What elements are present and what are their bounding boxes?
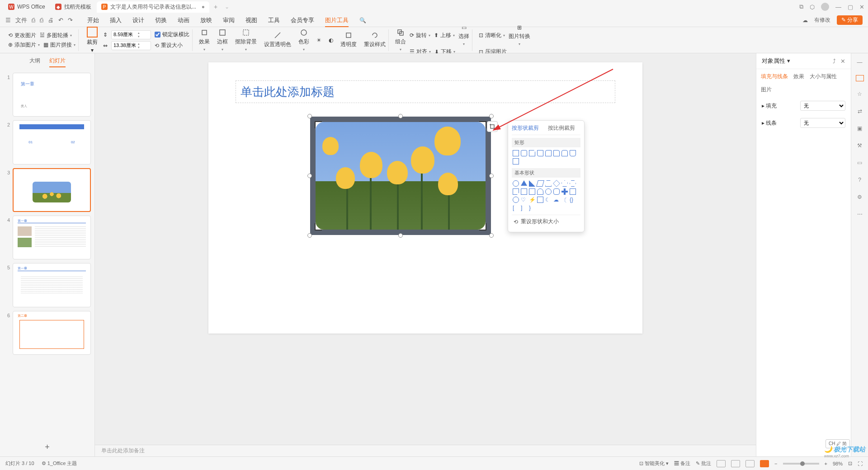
- zoom-in-button[interactable]: +: [825, 461, 827, 466]
- zoom-label[interactable]: 98%: [833, 461, 843, 466]
- minimize-button[interactable]: ―: [835, 4, 841, 10]
- border-button[interactable]: 边框▾: [217, 29, 228, 52]
- zoom-slider[interactable]: [783, 463, 819, 465]
- print-preview-icon[interactable]: 🖨: [48, 17, 54, 24]
- st-settings-icon[interactable]: ⚙: [855, 193, 864, 202]
- set-transparent-button[interactable]: 设置透明色: [264, 32, 291, 48]
- cube-icon[interactable]: ⬡: [810, 4, 815, 10]
- tab-tools[interactable]: 工具: [268, 16, 280, 24]
- tab-start[interactable]: 开始: [87, 16, 99, 24]
- reset-shape-button[interactable]: ⟲重设形状和大小: [512, 215, 580, 228]
- shape-snip6[interactable]: [570, 150, 576, 156]
- change-pic-button[interactable]: ⟲ 更改图片: [8, 32, 36, 39]
- shape-brace[interactable]: }: [529, 205, 535, 211]
- shape-pentagon[interactable]: [561, 180, 568, 187]
- tab-picture-tools[interactable]: 图片工具: [325, 16, 349, 27]
- shape-bolt[interactable]: ⚡: [529, 197, 535, 203]
- crop-by-ratio-tab[interactable]: 按比例裁剪: [548, 124, 575, 132]
- shape-smiley[interactable]: [513, 197, 519, 203]
- file-menu[interactable]: 文件: [15, 16, 27, 24]
- close-panel-icon[interactable]: ✕: [840, 58, 845, 65]
- st-more-icon[interactable]: ⋯: [855, 210, 864, 219]
- title-placeholder[interactable]: 单击此处添加标题: [236, 80, 615, 103]
- tab-insert[interactable]: 插入: [110, 16, 122, 24]
- shape-parallelogram[interactable]: [536, 180, 544, 187]
- tab-animation[interactable]: 动画: [178, 16, 189, 24]
- redo-icon[interactable]: ↷: [68, 17, 73, 24]
- shape-plus[interactable]: [561, 188, 568, 195]
- move-up-button[interactable]: ⬆ 上移 ▾: [434, 32, 455, 39]
- share-button[interactable]: ✎ 分享: [837, 15, 863, 25]
- tab-slideshow[interactable]: 放映: [200, 16, 212, 24]
- tab-member[interactable]: 会员专享: [291, 16, 314, 24]
- shape-snip3[interactable]: [545, 150, 552, 156]
- sharpen-button[interactable]: ⊡ 清晰化 ▾: [479, 32, 505, 39]
- reset-size-button[interactable]: ⟲ 重设大小: [155, 42, 183, 49]
- width-input[interactable]: ▴▾: [111, 41, 151, 50]
- slide-thumb-5[interactable]: 5第一章: [4, 263, 91, 307]
- shape-b4[interactable]: [537, 188, 543, 195]
- shape-hexagon[interactable]: [570, 180, 576, 187]
- theme-label[interactable]: ⚙ 1_Office 主题: [42, 460, 77, 467]
- st-star-icon[interactable]: ☆: [855, 89, 864, 99]
- line-select[interactable]: 无: [800, 118, 845, 128]
- shape-rect[interactable]: [513, 150, 519, 156]
- sorter-view-button[interactable]: [731, 460, 740, 467]
- color-button[interactable]: 色彩▾: [298, 29, 309, 52]
- pic-stitch-button[interactable]: ▦ 图片拼接 ▾: [43, 41, 75, 49]
- crop-button[interactable]: 裁剪▾: [85, 27, 99, 53]
- shape-b2[interactable]: [521, 188, 527, 195]
- hamburger-icon[interactable]: ☰: [5, 17, 11, 24]
- shape-snip5[interactable]: [561, 150, 568, 156]
- shape-cloud[interactable]: ☁: [553, 197, 560, 203]
- reading-view-button[interactable]: [745, 460, 755, 467]
- notes-toggle[interactable]: ☰ 备注: [674, 460, 690, 467]
- select-button[interactable]: ▭选择▾: [458, 24, 469, 46]
- multi-outline-button[interactable]: ☱ 多图轮播 ▾: [40, 32, 72, 39]
- slide-canvas[interactable]: 单击此处添加标题: [208, 62, 642, 334]
- comments-toggle[interactable]: ✎ 批注: [696, 460, 711, 467]
- convert-button[interactable]: ⊞图片转换▾: [509, 24, 530, 46]
- tab-transition[interactable]: 切换: [155, 16, 167, 24]
- prop-tab-fill[interactable]: 填充与线条: [761, 73, 788, 80]
- contrast-button[interactable]: ◐: [329, 37, 333, 43]
- crop-action-button[interactable]: [487, 121, 498, 132]
- tab-document[interactable]: P文字是人类用符号记录表达信息以...●: [97, 1, 209, 13]
- shape-b6[interactable]: [553, 188, 560, 195]
- st-layout-icon[interactable]: [856, 75, 864, 81]
- shape-b5[interactable]: [545, 188, 552, 195]
- zoom-out-button[interactable]: −: [774, 461, 777, 466]
- add-tab-button[interactable]: +: [210, 2, 221, 11]
- slide-thumb-1[interactable]: 1第一章类人: [4, 73, 91, 117]
- reset-style-button[interactable]: 重设样式: [364, 32, 386, 48]
- selected-image[interactable]: [310, 117, 491, 235]
- slide-thumb-6[interactable]: 6第二章: [4, 311, 91, 355]
- search-icon[interactable]: 🔍: [359, 17, 366, 24]
- beautify-button[interactable]: ⊡ 智能美化 ▾: [639, 460, 669, 467]
- st-transfer-icon[interactable]: ⇄: [855, 107, 864, 116]
- shape-b3[interactable]: [529, 188, 535, 195]
- lock-ratio-checkbox[interactable]: 锁定纵横比: [155, 31, 189, 38]
- prop-tab-effect[interactable]: 效果: [793, 73, 804, 80]
- reader-icon[interactable]: ⧉: [799, 3, 803, 10]
- shape-bracket3[interactable]: [: [513, 205, 519, 211]
- tab-design[interactable]: 设计: [132, 16, 144, 24]
- slides-tab[interactable]: 幻灯片: [49, 57, 66, 67]
- shape-b8[interactable]: [570, 188, 576, 195]
- tab-review[interactable]: 审阅: [223, 16, 235, 24]
- close-tab-icon[interactable]: ●: [202, 4, 205, 10]
- normal-view-button[interactable]: [717, 460, 726, 467]
- shape-circle[interactable]: [513, 180, 519, 187]
- combine-button[interactable]: 组合▾: [395, 29, 406, 52]
- st-tools-icon[interactable]: ⚒: [855, 141, 864, 150]
- fill-select[interactable]: 无: [800, 101, 845, 111]
- slideshow-button[interactable]: [760, 460, 769, 467]
- add-slide-button[interactable]: +: [0, 438, 94, 456]
- st-help-icon[interactable]: ?: [855, 175, 864, 184]
- rotate-button[interactable]: ⟳ 旋转 ▾: [410, 32, 430, 39]
- crop-by-shape-tab[interactable]: 按形状裁剪: [512, 124, 539, 132]
- shape-b11[interactable]: [537, 197, 543, 203]
- slide-thumb-3[interactable]: 3: [4, 168, 91, 212]
- height-input[interactable]: ▴▾: [111, 30, 151, 39]
- prop-tab-picture[interactable]: 图片: [761, 86, 772, 94]
